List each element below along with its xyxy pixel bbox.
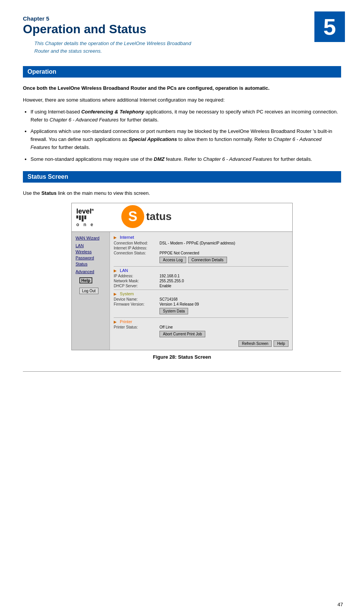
page-divider <box>23 371 341 372</box>
system-data-button[interactable]: System Data <box>159 308 188 314</box>
status-badge-container: S tatus <box>121 205 172 228</box>
operation-bullet-list: If using Internet-based Conferencing & T… <box>31 108 341 163</box>
firmware-label: Firmware Version: <box>114 302 159 306</box>
connection-method-label: Connection Method: <box>114 241 159 245</box>
divider-2 <box>114 290 288 290</box>
printer-buttons: Abort Current Print Job <box>159 331 288 337</box>
nav-advanced[interactable]: Advanced <box>72 269 110 275</box>
connection-details-button[interactable]: Connection Details <box>188 257 227 263</box>
system-section: ▶ System Device Name: SC714168 Firmware … <box>114 291 288 314</box>
divider-3 <box>114 317 288 318</box>
lan-section: ▶ LAN IP Address: 192.168.0.1 Network Ma… <box>114 268 288 288</box>
router-header: levelR o n e S tatus <box>72 203 292 232</box>
chapter-label: Chapter 5 <box>23 15 341 22</box>
system-section-label: ▶ System <box>114 291 288 296</box>
router-screenshot: levelR o n e S tatus WAN Wizard <box>71 203 293 350</box>
subtitle-line1: This Chapter details the operation of th… <box>34 40 191 46</box>
page-number: 47 <box>338 602 343 607</box>
router-main-content: ▶ Internet Connection Method: DSL - Mode… <box>110 232 292 350</box>
system-buttons: System Data <box>159 308 288 314</box>
logout-button[interactable]: Log Out <box>79 288 98 294</box>
bullet-item-1: If using Internet-based Conferencing & T… <box>31 108 341 124</box>
nav-password[interactable]: Password <box>72 255 110 261</box>
internet-buttons: Access Log Connection Details <box>159 257 288 263</box>
operation-section-header: Operation <box>23 66 341 78</box>
network-mask-label: Network Mask: <box>114 279 159 283</box>
dhcp-row: DHCP Server: Enable <box>114 284 288 288</box>
printer-status-row: Printer Status: Off Line <box>114 325 288 329</box>
status-tatus-text: tatus <box>146 210 172 223</box>
network-mask-value: 255.255.255.0 <box>159 279 288 283</box>
operation-bold-intro: Once both the LevelOne Wireless Broadban… <box>23 84 341 92</box>
nav-wireless[interactable]: Wireless <box>72 249 110 255</box>
divider-1 <box>114 266 288 267</box>
chapter-icon: 5 <box>314 11 345 42</box>
status-screen-section: Status Screen Use the Status link on the… <box>23 171 341 360</box>
refresh-screen-button[interactable]: Refresh Screen <box>238 340 272 347</box>
status-s-icon: S <box>121 205 144 228</box>
internet-section: ▶ Internet Connection Method: DSL - Mode… <box>114 235 288 263</box>
status-screen-header: Status Screen <box>23 171 341 183</box>
printer-section-label: ▶ Printer <box>114 319 288 324</box>
device-name-label: Device Name: <box>114 297 159 301</box>
ip-address-value: 192.168.0.1 <box>159 274 288 278</box>
firmware-row: Firmware Version: Version 1.4 Release 09 <box>114 302 288 306</box>
internet-ip-label: Internet IP Address: <box>114 246 159 250</box>
nav-wan-wizard[interactable]: WAN Wizard <box>72 235 110 241</box>
device-name-value: SC714168 <box>159 297 288 301</box>
dhcp-value: Enable <box>159 284 288 288</box>
help-icon-box[interactable]: Help <box>79 277 92 283</box>
abort-print-button[interactable]: Abort Current Print Job <box>159 331 205 337</box>
status-screen-intro: Use the Status link on the main menu to … <box>23 189 341 197</box>
printer-section: ▶ Printer Printer Status: Off Line Abort… <box>114 319 288 337</box>
chapter-number: 5 <box>323 14 336 40</box>
firmware-value: Version 1.4 Release 09 <box>159 302 288 306</box>
levelone-logo: levelR o n e <box>76 208 95 227</box>
nav-lan[interactable]: LAN <box>72 243 110 249</box>
figure-caption: Figure 28: Status Screen <box>23 354 341 360</box>
connection-method-row: Connection Method: DSL - Modem - PPPoE (… <box>114 241 288 245</box>
internet-section-label: ▶ Internet <box>114 235 288 240</box>
subtitle-line2: Router and the status screens. <box>34 48 102 54</box>
device-name-row: Device Name: SC714168 <box>114 297 288 301</box>
network-mask-row: Network Mask: 255.255.255.0 <box>114 279 288 283</box>
router-body: WAN Wizard LAN Wireless Password Status … <box>72 232 292 350</box>
footer-buttons: Refresh Screen Help <box>114 340 288 347</box>
connection-method-value: DSL - Modem - PPPoE (DynamicIP address) <box>159 241 288 245</box>
access-log-button[interactable]: Access Log <box>159 257 186 263</box>
bullet-item-2: Applications which use non-standard conn… <box>31 128 341 151</box>
router-nav: WAN Wizard LAN Wireless Password Status … <box>72 232 110 350</box>
nav-status[interactable]: Status <box>72 261 110 267</box>
printer-status-value: Off Line <box>159 325 288 329</box>
operation-content: Once both the LevelOne Wireless Broadban… <box>23 84 341 163</box>
bullet-item-3: Some non-standard applications may requi… <box>31 155 341 163</box>
chapter-title: Operation and Status <box>23 23 341 36</box>
chapter-subtitle: This Chapter details the operation of th… <box>34 40 341 55</box>
internet-ip-row: Internet IP Address: <box>114 246 288 250</box>
ip-address-row: IP Address: 192.168.0.1 <box>114 274 288 278</box>
printer-status-label: Printer Status: <box>114 325 159 329</box>
dhcp-label: DHCP Server: <box>114 284 159 288</box>
ip-address-label: IP Address: <box>114 274 159 278</box>
operation-intro-para: However, there are some situations where… <box>23 96 341 104</box>
connection-status-label: Connection Status: <box>114 251 159 255</box>
connection-status-value: PPPOE Not Connected <box>159 251 288 255</box>
connection-status-row: Connection Status: PPPOE Not Connected <box>114 251 288 255</box>
internet-ip-value <box>159 246 288 250</box>
lan-section-label: ▶ LAN <box>114 268 288 273</box>
logo-bars <box>76 215 95 222</box>
help-button[interactable]: Help <box>274 340 288 347</box>
